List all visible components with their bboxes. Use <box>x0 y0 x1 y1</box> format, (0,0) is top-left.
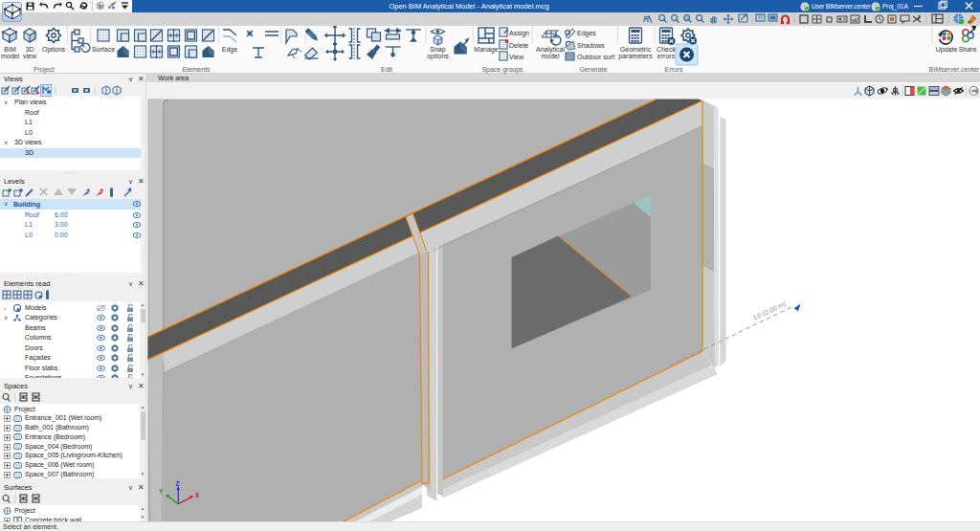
svg-text:G: G <box>684 15 689 21</box>
svg-text:L0 (0.00 m): L0 (0.00 m) <box>752 300 787 321</box>
svg-text:X: X <box>195 492 200 498</box>
svg-text:Z: Z <box>176 480 180 487</box>
svg-text:Y: Y <box>159 488 164 495</box>
